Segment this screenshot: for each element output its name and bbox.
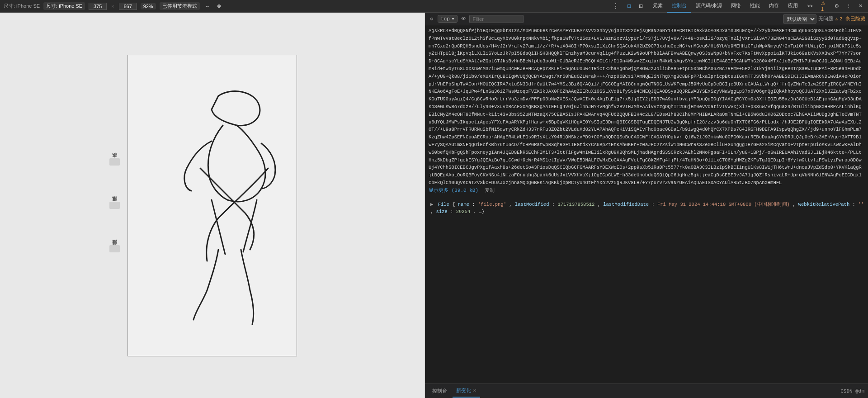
no-issues-label: 无问题 <box>818 15 833 22</box>
side-label-recommend[interactable]: 推荐资讯 <box>109 202 120 209</box>
tab-application[interactable]: 应用 <box>783 0 802 13</box>
more-options-icon[interactable]: ⋮ <box>610 1 621 11</box>
file-constructor: File <box>438 202 453 207</box>
kebab-menu-icon[interactable]: ⋮ <box>844 2 853 10</box>
zoom-dropdown[interactable]: 92% <box>141 3 156 9</box>
devtools-bottom-bar: 控制台 新变化 ✕ CSDN @dm <box>425 384 868 398</box>
copy-button[interactable]: 复制 <box>485 188 495 193</box>
file-size-prop: size <box>436 209 448 214</box>
clear-console-icon[interactable]: ⊘ <box>428 15 436 23</box>
tab-elements[interactable]: 元素 <box>648 0 667 13</box>
mode-dropdown[interactable]: 已停用节流模式 <box>160 2 200 10</box>
file-name-prop: name <box>458 202 469 207</box>
devtools-toolbar: ⊘ top ▾ 👁 默认级别 无问题 ⚠ 2 条已隐藏 <box>425 13 868 25</box>
top-filter-pill[interactable]: top ▾ <box>438 15 458 23</box>
phone-frame <box>127 55 297 356</box>
console-content[interactable]: AgskRC4EdBQQGNfPjh1BQIEgg0btSIzs/MpPuGD6… <box>425 25 868 384</box>
settings-icon[interactable]: ⚙ <box>833 2 841 10</box>
devtools-nav-tabs: 元素 控制台 源代码/来源 网络 性能 内存 应用 >> <box>648 0 817 13</box>
main-area: 故事 推荐资讯 频道注册 <box>0 13 868 398</box>
size-dropdown[interactable]: 尺寸: iPhone SE <box>43 2 85 10</box>
file-webkitpath-prop: webkitRelativePath <box>798 202 849 207</box>
tab-more[interactable]: >> <box>802 0 817 13</box>
canvas-drawing <box>128 55 297 356</box>
side-label-channel[interactable]: 频道注册 <box>109 245 120 252</box>
warning-count-icon: ⚠ <box>835 16 838 22</box>
file-name-val: 'file.png' <box>478 202 506 207</box>
bottom-tab-changes[interactable]: 新变化 ✕ <box>453 385 480 398</box>
bottom-tab-console[interactable]: 控制台 <box>429 385 451 398</box>
top-toolbar: 尺寸: iPhone SE 尺寸: iPhone SE 375 × 667 92… <box>0 0 868 13</box>
console-log-text: AgskRC4EdBQQGNfPjh1BQIEgg0btSIzs/MpPuGD6… <box>429 27 864 187</box>
file-webkitpath-val: '' <box>858 202 864 207</box>
close-devtools-icon[interactable]: ✕ <box>856 2 864 10</box>
height-input[interactable]: 667 <box>119 3 137 10</box>
bottom-tab-changes-label: 新变化 <box>456 387 471 394</box>
bottom-right-label: CSDN @dm <box>840 389 864 394</box>
tab-sources[interactable]: 源代码/来源 <box>691 0 726 13</box>
top-value: top <box>441 16 450 22</box>
issues-count: 2 条已隐藏 <box>840 15 865 22</box>
side-label-story[interactable]: 故事 <box>109 158 120 166</box>
phone-content <box>128 55 297 356</box>
file-lastmodified-val: 1717137858512 <box>557 202 594 207</box>
tab-performance[interactable]: 性能 <box>745 0 764 13</box>
file-lastmodifieddate-val: Fri May 31 2024 14:44:18 GMT+0800 (中国标准时… <box>657 202 790 207</box>
tab-console[interactable]: 控制台 <box>667 0 691 13</box>
tab-network[interactable]: 网络 <box>726 0 745 13</box>
rotate-icon[interactable]: ↔ <box>203 2 212 10</box>
file-lastmodifieddate-prop: lastModifiedDate <box>603 202 649 207</box>
device-icon[interactable]: ⊞ <box>637 2 645 10</box>
log-level-dropdown[interactable]: 默认级别 <box>783 14 816 24</box>
file-object-line: ▶ File { name : 'file.png' , lastModifie… <box>429 201 864 216</box>
network-throttle-icon[interactable]: ⊗ <box>215 2 223 10</box>
device-panel: 故事 推荐资讯 频道注册 <box>0 13 425 398</box>
size-label: 尺寸: iPhone SE <box>4 3 40 9</box>
file-expand-arrow[interactable]: ▶ <box>430 202 433 207</box>
filter-input[interactable] <box>469 15 524 23</box>
file-lastmodified-prop: lastModified <box>515 202 549 207</box>
file-brace-open: { <box>452 202 455 207</box>
inspect-icon[interactable]: ⊡ <box>625 2 633 10</box>
top-dropdown-arrow: ▾ <box>452 16 455 22</box>
devtools-panel: ⊘ top ▾ 👁 默认级别 无问题 ⚠ 2 条已隐藏 AgskRC4EdBQQ… <box>425 13 868 398</box>
tab-memory[interactable]: 内存 <box>764 0 783 13</box>
close-changes-tab[interactable]: ✕ <box>473 388 476 393</box>
show-more-button[interactable]: 显示更多 (39.0 kB) <box>429 188 478 193</box>
issues-hidden-label[interactable]: ⚠ 2 条已隐藏 <box>835 15 865 22</box>
dimension-sep: × <box>111 4 114 9</box>
width-input[interactable]: 375 <box>89 3 107 10</box>
eye-icon[interactable]: 👁 <box>459 15 467 23</box>
file-size-val: 29254 <box>456 209 471 214</box>
warning-icon[interactable]: ⚠ 1 <box>821 2 829 10</box>
